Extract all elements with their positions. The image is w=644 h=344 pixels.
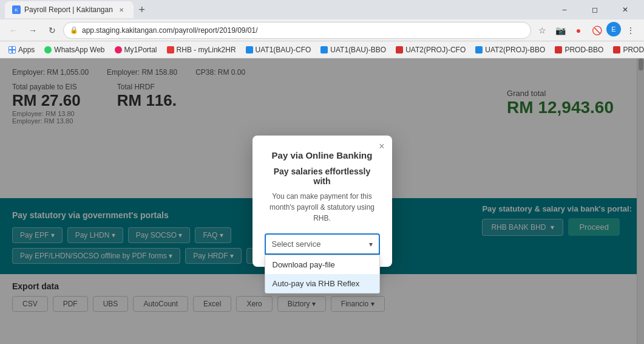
url-text: app.staging.kakitangan.com/payroll/repor… bbox=[82, 26, 258, 35]
title-bar: K Payroll Report | Kakitangan ✕ + – ◻ ✕ bbox=[0, 0, 644, 19]
bookmark-rhb[interactable]: RHB - myLink2HR bbox=[163, 44, 240, 55]
bookmark-rhb-label: RHB - myLink2HR bbox=[177, 46, 236, 54]
bookmark-prod-bbo[interactable]: PROD-BBO bbox=[551, 44, 607, 55]
svg-rect-1 bbox=[13, 47, 15, 49]
modal-dialog: × Pay via Online Banking Pay salaries ef… bbox=[253, 136, 392, 267]
dropdown-item-autopay[interactable]: Auto-pay via RHB Reflex bbox=[265, 274, 379, 293]
uat2bbo-favicon bbox=[475, 46, 483, 53]
tab-title: Payroll Report | Kakitangan bbox=[24, 5, 113, 14]
rhb-favicon bbox=[167, 46, 174, 53]
page: Employer: RM 1,055.00 Employer: RM 158.8… bbox=[0, 58, 644, 344]
my1portal-favicon bbox=[115, 46, 122, 53]
svg-rect-2 bbox=[9, 50, 12, 53]
svg-rect-0 bbox=[9, 47, 12, 49]
modal-heading: Pay salaries effortlessly with bbox=[265, 167, 380, 186]
modal-title: Pay via Online Banking bbox=[265, 150, 380, 160]
service-select-placeholder: Select service bbox=[272, 239, 321, 249]
prodbbo-favicon bbox=[555, 46, 562, 53]
bookmarks-bar: Apps WhatsApp Web My1Portal RHB - myLink… bbox=[0, 41, 644, 58]
bookmark-uat2-cfo[interactable]: UAT2(PROJ)-CFO bbox=[392, 44, 469, 55]
lock-icon: 🔒 bbox=[70, 26, 78, 34]
browser-chrome: K Payroll Report | Kakitangan ✕ + – ◻ ✕ … bbox=[0, 0, 644, 58]
prodcfo-favicon bbox=[613, 46, 620, 53]
uat1bbo-favicon bbox=[320, 46, 328, 53]
svg-rect-3 bbox=[13, 50, 15, 53]
page-inner: Employer: RM 1,055.00 Employer: RM 158.8… bbox=[0, 58, 644, 344]
service-select-display[interactable]: Select service ▾ bbox=[265, 233, 380, 255]
back-button[interactable]: ← bbox=[5, 22, 22, 39]
bookmark-uat1bbo-label: UAT1(BAU)-BBO bbox=[330, 46, 386, 54]
minimize-button[interactable]: – bbox=[551, 0, 578, 19]
new-tab-button[interactable]: + bbox=[134, 1, 151, 18]
bookmark-apps[interactable]: Apps bbox=[5, 44, 38, 55]
close-button[interactable]: ✕ bbox=[611, 0, 639, 19]
modal-description: You can make payment for this month's pa… bbox=[265, 191, 380, 224]
service-select-chevron: ▾ bbox=[369, 240, 373, 249]
modal-close-button[interactable]: × bbox=[379, 142, 384, 151]
refresh-button[interactable]: ↻ bbox=[44, 22, 61, 39]
modal-overlay: × Pay via Online Banking Pay salaries ef… bbox=[0, 58, 644, 344]
bookmark-whatsapp-label: WhatsApp Web bbox=[54, 46, 104, 54]
bookmark-uat1-bbo[interactable]: UAT1(BAU)-BBO bbox=[317, 44, 390, 55]
bookmark-uat1-cfo[interactable]: UAT1(BAU)-CFO bbox=[242, 44, 315, 55]
extension-icon[interactable]: ● bbox=[570, 22, 587, 39]
nav-bar: ← → ↻ 🔒 app.staging.kakitangan.com/payro… bbox=[0, 19, 644, 41]
whatsapp-favicon bbox=[44, 46, 52, 53]
bookmark-uat2bbo-label: UAT2(PROJ)-BBO bbox=[485, 46, 545, 54]
bookmark-my1portal[interactable]: My1Portal bbox=[111, 44, 161, 55]
bookmark-prodcfo-label: PROD-CFO bbox=[623, 46, 644, 54]
address-bar[interactable]: 🔒 app.staging.kakitangan.com/payroll/rep… bbox=[63, 22, 531, 39]
browser-tab[interactable]: K Payroll Report | Kakitangan ✕ bbox=[5, 1, 134, 18]
uat1cfo-favicon bbox=[246, 46, 253, 53]
tab-close-button[interactable]: ✕ bbox=[117, 5, 126, 15]
profile-button[interactable]: E bbox=[606, 22, 621, 36]
dropdown-item-download[interactable]: Download pay-file bbox=[265, 255, 379, 274]
service-select-wrapper: Select service ▾ Download pay-file Auto-… bbox=[265, 233, 380, 255]
uat2cfo-favicon bbox=[396, 46, 403, 53]
bookmark-my1portal-label: My1Portal bbox=[124, 46, 157, 54]
window-controls: – ◻ ✕ bbox=[551, 0, 639, 19]
nav-icons: ☆ 📷 ● 🚫 E ⋮ bbox=[534, 22, 639, 39]
bookmark-uat1cfo-label: UAT1(BAU)-CFO bbox=[256, 46, 311, 54]
block-icon[interactable]: 🚫 bbox=[588, 22, 605, 39]
tab-favicon: K bbox=[12, 5, 21, 14]
bookmark-uat2cfo-label: UAT2(PROJ)-CFO bbox=[405, 46, 466, 54]
bookmark-uat2-bbo[interactable]: UAT2(PROJ)-BBO bbox=[472, 44, 549, 55]
service-dropdown-menu: Download pay-file Auto-pay via RHB Refle… bbox=[265, 255, 380, 294]
maximize-button[interactable]: ◻ bbox=[581, 0, 609, 19]
bookmark-prodbbo-label: PROD-BBO bbox=[564, 46, 603, 54]
bookmark-apps-label: Apps bbox=[18, 46, 35, 54]
bookmark-prod-cfo[interactable]: PROD-CFO bbox=[609, 44, 644, 55]
bookmark-star-button[interactable]: ☆ bbox=[534, 22, 551, 39]
more-menu-button[interactable]: ⋮ bbox=[622, 22, 639, 39]
screenshot-button[interactable]: 📷 bbox=[552, 22, 569, 39]
apps-favicon bbox=[8, 46, 16, 53]
forward-button[interactable]: → bbox=[24, 22, 41, 39]
bookmark-whatsapp[interactable]: WhatsApp Web bbox=[41, 44, 108, 55]
